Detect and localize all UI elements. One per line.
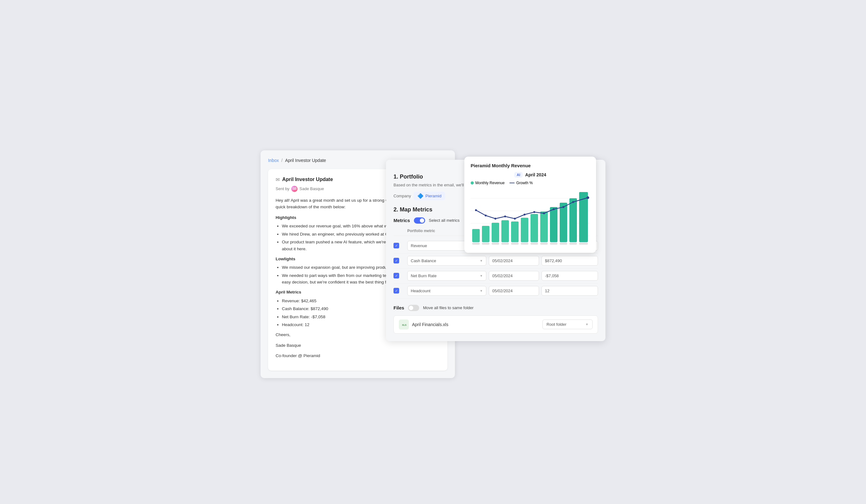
row3-value-input[interactable]: -$7,058 <box>542 271 598 280</box>
svg-point-20 <box>514 218 516 220</box>
legend-revenue: Monthly Revenue <box>470 181 504 185</box>
legend-growth-label: Growth % <box>516 181 533 185</box>
chart-header: AI April 2024 <box>470 172 590 177</box>
chevron-down-icon: ▼ <box>480 289 483 293</box>
ai-badge: AI <box>514 172 523 177</box>
mail-icon: ✉ <box>276 177 280 183</box>
breadcrumb-current: April Investor Update <box>285 158 326 163</box>
files-toggle[interactable] <box>408 305 419 311</box>
svg-rect-12 <box>550 207 557 242</box>
svg-point-23 <box>543 213 545 214</box>
move-all-label: Move all files to same folder <box>423 306 474 310</box>
row4-checkbox[interactable] <box>393 288 399 294</box>
svg-rect-8 <box>511 221 519 242</box>
avatar: SB <box>291 186 298 192</box>
svg-rect-33 <box>521 243 528 245</box>
svg-rect-6 <box>492 223 499 242</box>
revenue-chart <box>470 189 590 245</box>
svg-rect-38 <box>569 243 577 245</box>
chevron-down-icon: ▼ <box>480 259 483 263</box>
table-row: Headcount ▼ 05/02/2024 12 <box>393 284 598 298</box>
svg-rect-14 <box>569 198 577 242</box>
select-all-label[interactable]: Select all metrics <box>429 218 460 223</box>
legend-growth-line <box>510 183 514 183</box>
company-name: Pieramid <box>425 194 442 198</box>
chevron-down-icon: ▼ <box>585 323 589 326</box>
col-check <box>393 229 405 233</box>
legend-growth: Growth % <box>510 181 533 185</box>
folder-name: Root folder <box>546 322 567 327</box>
email-title: April Investor Update <box>282 177 333 182</box>
svg-rect-5 <box>482 226 489 242</box>
svg-rect-34 <box>531 243 538 245</box>
legend-revenue-label: Monthly Revenue <box>475 181 504 185</box>
svg-rect-7 <box>501 220 509 242</box>
files-label: Files <box>393 305 404 310</box>
svg-point-27 <box>587 196 589 199</box>
row2-date-input[interactable]: 05/02/2024 <box>489 256 539 266</box>
company-badge[interactable]: 🔷 Pieramid <box>413 192 445 200</box>
svg-rect-28 <box>472 243 480 245</box>
folder-select[interactable]: Root folder ▼ <box>542 320 592 329</box>
row4-date-input[interactable]: 05/02/2024 <box>489 286 539 296</box>
sent-by-label: Sent by <box>276 186 289 191</box>
file-info: XLS April Financials.xls <box>399 320 448 330</box>
ai-badge-label: AI <box>517 173 520 177</box>
row1-checkbox[interactable] <box>393 243 399 249</box>
svg-point-18 <box>495 218 496 220</box>
svg-point-16 <box>475 209 477 211</box>
metrics-toggle[interactable] <box>414 217 425 224</box>
table-row: Cash Balance ▼ 05/02/2024 $872,490 <box>393 253 598 268</box>
chart-popup: Pieramid Monthly Revenue AI April 2024 M… <box>464 157 596 253</box>
breadcrumb-separator: / <box>281 158 282 163</box>
svg-rect-31 <box>501 243 509 245</box>
row3-date-input[interactable]: 05/02/2024 <box>489 271 539 280</box>
excel-icon: XLS <box>399 320 409 330</box>
chart-month-label: April 2024 <box>525 172 546 177</box>
files-header-row: Files Move all files to same folder <box>393 305 598 311</box>
legend-revenue-dot <box>470 181 474 184</box>
row2-checkbox[interactable] <box>393 258 399 263</box>
breadcrumb-inbox[interactable]: Inbox <box>268 158 279 163</box>
svg-point-22 <box>533 211 535 213</box>
svg-text:XLS: XLS <box>402 323 407 326</box>
signature-role: Co-founder @ Pieramid <box>276 352 440 359</box>
row2-value-input[interactable]: $872,490 <box>542 256 598 266</box>
svg-rect-9 <box>521 218 528 242</box>
sender-name: Sade Basque <box>299 186 324 191</box>
row4-metric-select[interactable]: Headcount ▼ <box>407 286 486 296</box>
file-name: April Financials.xls <box>412 322 448 327</box>
svg-rect-30 <box>492 243 499 245</box>
svg-rect-35 <box>540 243 548 245</box>
row3-metric-select[interactable]: Net Burn Rate ▼ <box>407 271 486 280</box>
svg-rect-39 <box>579 243 588 245</box>
signature-name: Sade Basque <box>276 342 440 349</box>
chart-legend: Monthly Revenue Growth % <box>470 181 590 185</box>
file-row: XLS April Financials.xls Root folder ▼ <box>393 316 598 334</box>
svg-rect-11 <box>540 211 548 242</box>
metrics-panel: Pieramid Monthly Revenue AI April 2024 M… <box>386 160 606 341</box>
svg-rect-13 <box>560 203 567 242</box>
svg-point-25 <box>563 206 564 208</box>
chevron-down-icon: ▼ <box>480 274 483 277</box>
svg-point-19 <box>504 216 506 217</box>
svg-rect-10 <box>531 214 538 242</box>
metrics-label: Metrics <box>393 218 410 223</box>
svg-rect-4 <box>472 229 480 242</box>
svg-point-24 <box>553 208 555 210</box>
company-label-text: Company <box>393 194 411 198</box>
svg-point-17 <box>485 215 487 216</box>
svg-rect-37 <box>560 243 567 245</box>
svg-rect-29 <box>482 243 489 245</box>
table-row: Net Burn Rate ▼ 05/02/2024 -$7,058 <box>393 268 598 284</box>
chart-title: Pieramid Monthly Revenue <box>470 163 590 168</box>
svg-point-21 <box>524 214 525 216</box>
row3-checkbox[interactable] <box>393 273 399 278</box>
svg-rect-36 <box>550 243 557 245</box>
svg-point-26 <box>572 201 574 203</box>
row2-metric-select[interactable]: Cash Balance ▼ <box>407 256 486 266</box>
sender-row: Sent by SB Sade Basque <box>276 186 324 192</box>
row4-value-input[interactable]: 12 <box>542 286 598 296</box>
svg-rect-32 <box>511 243 519 245</box>
